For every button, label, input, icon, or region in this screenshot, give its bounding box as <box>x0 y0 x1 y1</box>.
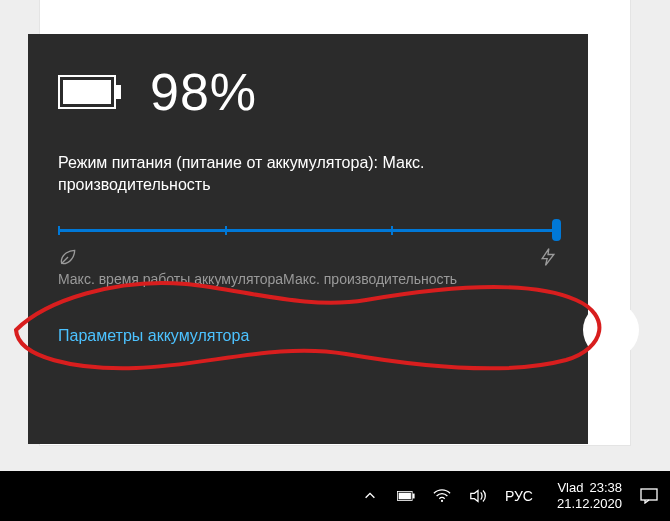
power-mode-slider[interactable] <box>58 219 558 241</box>
svg-rect-1 <box>116 85 121 99</box>
taskbar-date: 21.12.2020 <box>557 496 622 512</box>
battery-header-row: 98% <box>58 62 558 122</box>
wifi-tray-icon[interactable] <box>433 487 451 505</box>
battery-flyout: 98% Режим питания (питание от аккумулято… <box>28 34 588 444</box>
power-mode-label: Режим питания (питание от аккумулятора):… <box>58 152 558 195</box>
taskbar-clock[interactable]: Vlad 23:38 21.12.2020 <box>557 480 622 511</box>
slider-tick <box>58 226 60 235</box>
leaf-icon <box>58 247 78 267</box>
svg-rect-2 <box>63 80 111 104</box>
lightning-icon <box>538 247 558 267</box>
slider-icon-row <box>58 247 558 267</box>
tray-overflow-chevron-icon[interactable] <box>361 487 379 505</box>
background-artifact <box>583 302 639 358</box>
svg-point-6 <box>441 500 443 502</box>
slider-thumb[interactable] <box>552 219 561 241</box>
taskbar-user: Vlad <box>557 480 583 496</box>
volume-tray-icon[interactable] <box>469 487 487 505</box>
slider-label-left: Макс. время работы аккумулятора <box>58 271 283 287</box>
slider-tick <box>391 226 393 235</box>
battery-percentage: 98% <box>150 62 257 122</box>
slider-tick <box>225 226 227 235</box>
slider-label-right: Макс. производительность <box>283 271 457 287</box>
language-indicator[interactable]: РУС <box>505 488 533 504</box>
battery-settings-link[interactable]: Параметры аккумулятора <box>58 327 558 345</box>
svg-rect-5 <box>399 493 411 500</box>
slider-labels: Макс. время работы аккумулятораМакс. про… <box>58 271 558 287</box>
svg-rect-4 <box>412 494 414 499</box>
slider-track <box>58 229 558 232</box>
action-center-icon[interactable] <box>640 487 658 505</box>
system-tray: РУС Vlad 23:38 21.12.2020 <box>361 480 658 511</box>
taskbar-time: 23:38 <box>589 480 622 496</box>
battery-tray-icon[interactable] <box>397 487 415 505</box>
taskbar: РУС Vlad 23:38 21.12.2020 <box>0 471 670 521</box>
battery-icon <box>58 75 122 109</box>
svg-rect-7 <box>641 489 657 500</box>
